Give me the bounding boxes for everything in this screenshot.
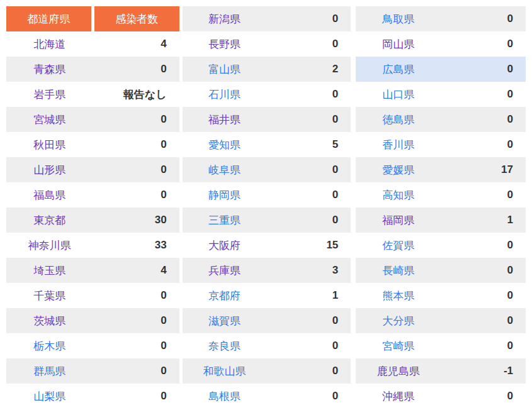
infection-count: 0 xyxy=(93,57,179,82)
prefecture-link[interactable]: 和歌山県 xyxy=(203,365,246,377)
table-row: 静岡県0 xyxy=(183,182,351,208)
prefecture-link[interactable]: 山形県 xyxy=(33,164,65,176)
table-row: 鳥取県0 xyxy=(356,6,526,31)
prefecture-link[interactable]: 長野県 xyxy=(208,38,241,50)
prefecture-cell: 兵庫県 xyxy=(183,258,267,283)
prefecture-link[interactable]: 栃木県 xyxy=(33,340,65,352)
infection-count: 0 xyxy=(266,31,351,57)
prefecture-link[interactable]: 熊本県 xyxy=(382,290,414,302)
table-row: 大阪府15 xyxy=(183,233,351,258)
infection-count: 0 xyxy=(441,182,526,208)
prefecture-link[interactable]: 千葉県 xyxy=(33,290,65,302)
prefecture-link[interactable]: 京都府 xyxy=(208,290,241,302)
prefecture-link[interactable]: 奈良県 xyxy=(208,340,241,352)
prefecture-link[interactable]: 秋田県 xyxy=(33,139,65,151)
table-row: 新潟県0 xyxy=(183,6,351,31)
prefecture-cell: 岡山県 xyxy=(356,31,441,57)
prefecture-link[interactable]: 東京都 xyxy=(33,214,65,226)
count-column-header: 感染者数 xyxy=(93,6,179,31)
table-row: 神奈川県33 xyxy=(6,233,179,258)
prefecture-link[interactable]: 沖縄県 xyxy=(382,391,414,402)
table-row: 埼玉県4 xyxy=(6,258,179,283)
prefecture-cell: 京都府 xyxy=(183,283,267,308)
prefecture-cell: 青森県 xyxy=(6,57,93,82)
infection-count: 30 xyxy=(93,208,179,233)
prefecture-link[interactable]: 佐賀県 xyxy=(382,240,414,252)
prefecture-link[interactable]: 岐阜県 xyxy=(208,164,241,176)
infection-count: 0 xyxy=(93,308,179,333)
prefecture-link[interactable]: 福井県 xyxy=(208,114,241,126)
prefecture-link[interactable]: 静岡県 xyxy=(208,189,241,201)
table-row: 群馬県0 xyxy=(6,358,179,384)
infection-count: 0 xyxy=(441,258,526,283)
table-row: 岡山県0 xyxy=(356,31,526,57)
infection-count: 1 xyxy=(441,208,526,233)
prefecture-link[interactable]: 群馬県 xyxy=(33,365,65,377)
prefecture-link[interactable]: 福島県 xyxy=(33,189,65,201)
prefecture-cell: 島根県 xyxy=(183,384,267,409)
prefecture-link[interactable]: 富山県 xyxy=(208,64,241,75)
table-row: 山形県0 xyxy=(6,157,179,182)
prefecture-table-2: 新潟県0長野県0富山県2石川県0福井県0愛知県5岐阜県0静岡県0三重県0大阪府1… xyxy=(183,6,351,409)
infection-count: 0 xyxy=(441,384,526,409)
prefecture-link[interactable]: 福岡県 xyxy=(382,214,414,226)
prefecture-link[interactable]: 宮城県 xyxy=(33,114,65,126)
prefecture-link[interactable]: 愛媛県 xyxy=(382,164,414,176)
prefecture-cell: 岐阜県 xyxy=(183,157,267,182)
prefecture-link[interactable]: 愛知県 xyxy=(208,139,241,151)
prefecture-link[interactable]: 新潟県 xyxy=(208,13,241,25)
table-row: 徳島県0 xyxy=(356,107,526,132)
table-row: 島根県0 xyxy=(183,384,351,409)
prefecture-link[interactable]: 岩手県 xyxy=(33,89,65,101)
prefecture-link[interactable]: 青森県 xyxy=(33,64,65,75)
infection-count: 0 xyxy=(441,132,526,157)
prefecture-link[interactable]: 岡山県 xyxy=(382,38,414,50)
infection-count: 0 xyxy=(266,157,351,182)
infection-count: 2 xyxy=(266,57,351,82)
prefecture-cell: 静岡県 xyxy=(183,182,267,208)
prefecture-link[interactable]: 山口県 xyxy=(382,89,414,101)
prefecture-cell: 沖縄県 xyxy=(356,384,441,409)
prefecture-cell: 大分県 xyxy=(356,308,441,333)
prefecture-cell: 香川県 xyxy=(356,132,441,157)
table-row: 宮城県0 xyxy=(6,107,179,132)
prefecture-link[interactable]: 鳥取県 xyxy=(382,13,414,25)
table-row: 宮崎県0 xyxy=(356,333,526,358)
prefecture-link[interactable]: 神奈川県 xyxy=(28,240,71,252)
prefecture-link[interactable]: 鹿児島県 xyxy=(377,365,420,377)
prefecture-link[interactable]: 三重県 xyxy=(208,214,241,226)
infection-count: 0 xyxy=(441,233,526,258)
prefecture-link[interactable]: 埼玉県 xyxy=(33,265,65,277)
table-row: 石川県0 xyxy=(183,82,351,107)
prefecture-link[interactable]: 大分県 xyxy=(382,315,414,327)
prefecture-link[interactable]: 茨城県 xyxy=(33,315,65,327)
table-row: 奈良県0 xyxy=(183,333,351,358)
prefecture-cell: 神奈川県 xyxy=(6,233,93,258)
prefecture-cell: 宮崎県 xyxy=(356,333,441,358)
prefecture-link[interactable]: 島根県 xyxy=(208,391,241,402)
table-row: 山梨県0 xyxy=(6,384,179,409)
infection-count: 報告なし xyxy=(93,82,179,107)
prefecture-link[interactable]: 広島県 xyxy=(382,64,414,75)
prefecture-link[interactable]: 兵庫県 xyxy=(208,265,241,277)
prefecture-link[interactable]: 宮崎県 xyxy=(382,340,414,352)
prefecture-link[interactable]: 香川県 xyxy=(382,139,414,151)
prefecture-link[interactable]: 北海道 xyxy=(33,38,65,50)
prefecture-table-3: 鳥取県0岡山県0広島県0山口県0徳島県0香川県0愛媛県17高知県0福岡県1佐賀県… xyxy=(356,6,526,409)
prefecture-cell: 鳥取県 xyxy=(356,6,441,31)
infection-count: 0 xyxy=(93,107,179,132)
table-row: 香川県0 xyxy=(356,132,526,157)
prefecture-cell: 新潟県 xyxy=(183,6,267,31)
prefecture-link[interactable]: 大阪府 xyxy=(208,240,241,252)
prefecture-cell: 福島県 xyxy=(6,182,93,208)
prefecture-link[interactable]: 高知県 xyxy=(382,189,414,201)
prefecture-table-1: 都道府県 感染者数 北海道4青森県0岩手県報告なし宮城県0秋田県0山形県0福島県… xyxy=(6,6,179,409)
prefecture-link[interactable]: 滋賀県 xyxy=(208,315,241,327)
prefecture-link[interactable]: 徳島県 xyxy=(382,114,414,126)
prefecture-link[interactable]: 長崎県 xyxy=(382,265,414,277)
prefecture-link[interactable]: 石川県 xyxy=(208,89,241,101)
prefecture-cell: 鹿児島県 xyxy=(356,358,441,384)
prefecture-cell: 熊本県 xyxy=(356,283,441,308)
prefecture-link[interactable]: 山梨県 xyxy=(33,391,65,402)
infection-count: 0 xyxy=(93,358,179,384)
